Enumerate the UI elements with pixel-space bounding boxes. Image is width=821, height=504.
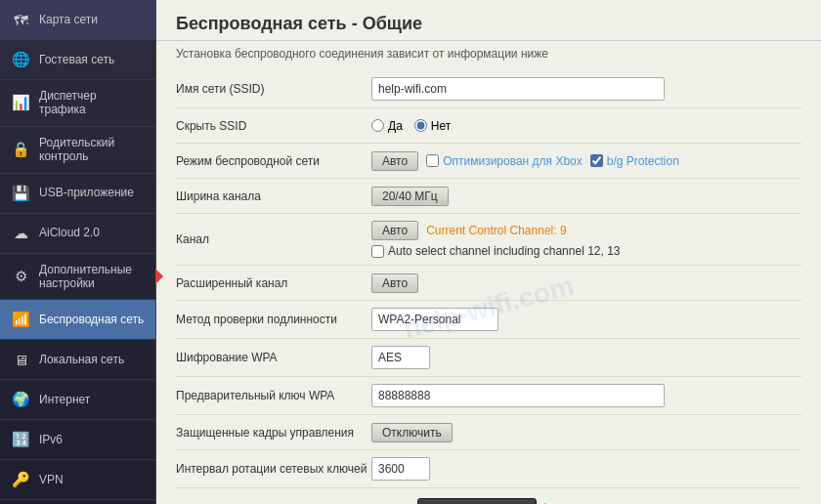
wpa-enc-value <box>371 346 801 369</box>
apply-button[interactable]: Применить <box>417 498 537 504</box>
sidebar-item-ipv6[interactable]: 🔢 IPv6 <box>0 420 155 460</box>
traffic-icon: 📊 <box>10 92 31 113</box>
channel-auto-select-text: Auto select channel including channel 12… <box>388 244 621 258</box>
channel-width-value: 20/40 МГц <box>371 187 801 206</box>
ssid-row: Имя сети (SSID) <box>176 70 801 108</box>
hide-ssid-row: Скрыть SSID Да Нет <box>176 108 801 144</box>
hide-ssid-label: Скрыть SSID <box>176 119 371 133</box>
internet-icon: 🌍 <box>10 389 31 410</box>
sidebar-item-advanced[interactable]: ⚙ Дополнительные настройки <box>0 254 155 301</box>
gear-icon: ⚙ <box>10 266 31 287</box>
hide-ssid-yes-radio[interactable] <box>371 119 384 132</box>
usb-icon: 💾 <box>10 183 31 204</box>
channel-label: Канал <box>176 232 371 246</box>
sidebar-item-parental[interactable]: 🔒 Родительский контроль <box>0 127 155 174</box>
form-container: help-wifi.com Имя сети (SSID) Скрыть SSI… <box>156 70 821 504</box>
wpa-key-row: Предварительный ключ WPA <box>176 377 801 415</box>
hide-ssid-value: Да Нет <box>371 119 801 133</box>
xbox-opt-checkbox[interactable] <box>426 154 439 167</box>
lan-icon: 🖥 <box>10 349 31 370</box>
sidebar-item-wireless[interactable]: 📶 Беспроводная сеть <box>0 300 155 340</box>
sidebar-item-label: Гостевая сеть <box>39 53 114 66</box>
channel-auto-button[interactable]: Авто <box>371 221 418 240</box>
sidebar-item-label: Локальная сеть <box>39 353 124 366</box>
wpa-enc-row: Шифрование WPA <box>176 339 801 377</box>
sidebar-item-aicloud[interactable]: ☁ AiCloud 2.0 <box>0 214 155 254</box>
mode-label: Режим беспроводной сети <box>176 154 371 168</box>
rotation-value <box>371 457 801 481</box>
hide-ssid-yes-text: Да <box>388 119 403 133</box>
wpa-enc-label: Шифрование WPA <box>176 351 371 364</box>
mode-row: Режим беспроводной сети Авто Оптимизиров… <box>176 144 801 179</box>
ext-channel-value: Авто <box>371 273 801 293</box>
vpn-icon: 🔑 <box>10 469 31 490</box>
xbox-opt-text: Оптимизирован для Xbox <box>443 154 583 168</box>
auth-value <box>371 308 801 331</box>
page-subtitle: Установка беспроводного соединения завис… <box>156 41 821 70</box>
wpa-key-input[interactable] <box>371 384 665 407</box>
wpa-key-value <box>371 384 801 407</box>
auth-input[interactable] <box>371 308 498 331</box>
ssid-value <box>371 77 801 101</box>
sidebar-item-label: USB-приложение <box>39 186 134 199</box>
channel-col: Авто Current Control Channel: 9 Auto sel… <box>371 221 621 258</box>
globe-icon: 🌐 <box>10 49 31 70</box>
ssid-label: Имя сети (SSID) <box>176 82 371 96</box>
wpa-enc-input[interactable] <box>371 346 430 369</box>
sidebar-item-usb[interactable]: 💾 USB-приложение <box>0 174 155 214</box>
page-title: Беспроводная сеть - Общие <box>156 0 821 41</box>
hide-ssid-radio-group: Да Нет <box>371 119 451 133</box>
mode-value: Авто Оптимизирован для Xbox b/g Protecti… <box>371 151 801 171</box>
mgmt-frames-row: Защищенные кадры управления Отключить <box>176 415 801 450</box>
wpa-key-label: Предварительный ключ WPA <box>176 389 371 402</box>
mgmt-frames-button[interactable]: Отключить <box>371 423 453 442</box>
sidebar-item-label: Дополнительные настройки <box>39 263 146 291</box>
hide-ssid-no-label[interactable]: Нет <box>414 119 451 133</box>
ssid-input[interactable] <box>371 77 665 101</box>
rotation-label: Интервал ротации сетевых ключей <box>176 462 371 476</box>
main-content: Беспроводная сеть - Общие Установка бесп… <box>156 0 821 504</box>
lock-icon: 🔒 <box>10 139 31 160</box>
wireless-icon: 📶 <box>10 309 31 330</box>
sidebar-item-label: Интернет <box>39 393 90 406</box>
channel-info: Current Control Channel: 9 <box>426 224 566 237</box>
sidebar-item-lan[interactable]: 🖥 Локальная сеть <box>0 340 155 380</box>
ext-channel-button[interactable]: Авто <box>371 273 418 293</box>
ext-channel-label: Расширенный канал <box>176 276 371 290</box>
sidebar-item-label: AiCloud 2.0 <box>39 226 100 239</box>
protection-label[interactable]: b/g Protection <box>590 154 679 168</box>
sidebar-item-traffic[interactable]: 📊 Диспетчер трафика <box>0 80 155 127</box>
cloud-icon: ☁ <box>10 223 31 244</box>
sidebar-item-firewall[interactable]: 🛡 Брандмауэр <box>0 500 155 504</box>
hide-ssid-no-text: Нет <box>431 119 451 133</box>
xbox-opt-label[interactable]: Оптимизирован для Xbox <box>426 154 583 168</box>
sidebar-item-vpn[interactable]: 🔑 VPN <box>0 460 155 500</box>
rotation-input[interactable] <box>371 457 430 481</box>
rotation-row: Интервал ротации сетевых ключей <box>176 450 801 488</box>
auth-row: Метод проверки подлинности <box>176 301 801 339</box>
mode-auto-button[interactable]: Авто <box>371 151 418 171</box>
channel-width-label: Ширина канала <box>176 189 371 203</box>
channel-value: Авто Current Control Channel: 9 Auto sel… <box>371 221 801 258</box>
sidebar-item-guest[interactable]: 🌐 Гостевая сеть <box>0 40 155 80</box>
sidebar-item-label: Беспроводная сеть <box>39 313 144 326</box>
channel-width-row: Ширина канала 20/40 МГц <box>176 179 801 214</box>
apply-arrow-container: Применить <box>417 498 560 504</box>
channel-auto-select-label[interactable]: Auto select channel including channel 12… <box>371 244 621 258</box>
ext-channel-row: Расширенный канал Авто <box>176 266 801 301</box>
channel-auto-select-checkbox[interactable] <box>371 245 384 258</box>
channel-width-button[interactable]: 20/40 МГц <box>371 187 449 206</box>
map-icon: 🗺 <box>10 9 31 30</box>
hide-ssid-yes-label[interactable]: Да <box>371 119 403 133</box>
ipv6-icon: 🔢 <box>10 429 31 450</box>
hide-ssid-no-radio[interactable] <box>414 119 427 132</box>
sidebar-item-label: IPv6 <box>39 433 63 446</box>
channel-row: Канал Авто Current Control Channel: 9 Au… <box>176 214 801 266</box>
apply-row: Применить <box>176 488 801 504</box>
channel-row1: Авто Current Control Channel: 9 <box>371 221 621 240</box>
sidebar-item-map[interactable]: 🗺 Карта сети <box>0 0 155 40</box>
sidebar-item-label: Карта сети <box>39 13 98 26</box>
mgmt-frames-label: Защищенные кадры управления <box>176 426 371 440</box>
sidebar-item-internet[interactable]: 🌍 Интернет <box>0 380 155 420</box>
protection-checkbox[interactable] <box>590 154 603 167</box>
